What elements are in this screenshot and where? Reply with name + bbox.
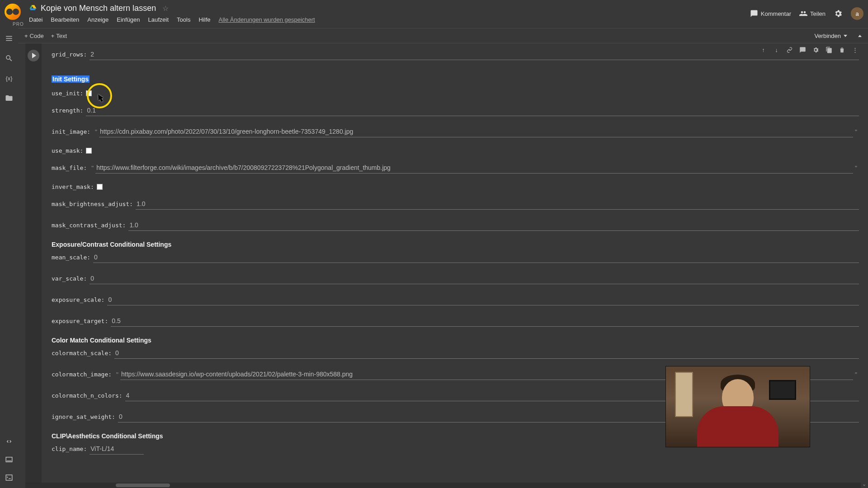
label-grid-rows: grid_rows: [52,51,87,58]
input-exposure-scale[interactable] [107,294,859,305]
label-use-mask: use_mask: [52,147,83,154]
notebook-title[interactable]: Kopie von Mensch altern lassen [41,4,156,13]
label-clip-name: clip_name: [52,446,87,452]
run-cell-button[interactable] [28,50,39,61]
left-rail: {x} [0,28,18,488]
terminal-icon[interactable] [5,474,13,482]
share-button[interactable]: Teilen [799,9,826,18]
search-icon[interactable] [5,54,13,62]
label-invert-mask: invert_mask: [52,183,94,190]
label-use-init: use_init: [52,90,83,97]
menu-runtime[interactable]: Laufzeit [148,16,169,23]
label-mask-contrast-adjust: mask_contrast_adjust: [52,222,126,229]
label-colormatch-n-colors: colormatch_n_colors: [52,392,123,399]
link-icon[interactable] [786,46,793,54]
svg-rect-1 [6,475,12,480]
input-colormatch-scale[interactable] [114,347,859,359]
move-up-icon[interactable]: ↑ [760,46,767,54]
section-color-match: Color Match Conditional Settings [52,337,859,344]
colab-logo [5,4,21,20]
app-header: PRO Kopie von Mensch altern lassen ☆ Dat… [0,0,868,28]
input-mask-contrast-adjust[interactable] [128,220,859,231]
star-icon[interactable]: ☆ [162,4,169,13]
label-strength: strength: [52,107,83,114]
cell-settings-icon[interactable] [812,46,820,54]
label-init-image: init_image: [52,128,90,135]
menu-edit[interactable]: Bearbeiten [51,16,79,23]
input-mask-file[interactable] [95,162,853,174]
horizontal-scrollbar[interactable] [25,483,861,488]
variables-icon[interactable]: {x} [5,74,13,82]
quote-close: " [853,128,859,136]
cell-toolbar: ↑ ↓ ⋮ [760,46,859,54]
changes-saved-link[interactable]: Alle Änderungen wurden gespeichert [218,16,315,23]
input-strength[interactable] [86,105,859,116]
input-init-image[interactable] [99,126,853,137]
scrollbar-thumb[interactable] [116,483,170,487]
label-mean-scale: mean_scale: [52,254,90,261]
menu-view[interactable]: Anzeige [87,16,108,23]
play-icon [32,53,36,58]
menu-bar: Datei Bearbeiten Anzeige Einfügen Laufze… [29,16,315,23]
comment-label: Kommentar [761,10,791,17]
more-icon[interactable]: ⋮ [851,46,859,54]
move-down-icon[interactable]: ↓ [773,46,780,54]
label-exposure-target: exposure_target: [52,318,108,324]
code-snippets-icon[interactable] [5,437,13,446]
section-init-settings: Init Settings [52,75,90,83]
drive-icon [29,4,37,12]
plus-icon: + [51,33,55,39]
label-exposure-scale: exposure_scale: [52,296,104,303]
menu-insert[interactable]: Einfügen [117,16,140,23]
menu-tools[interactable]: Tools [177,16,190,23]
input-var-scale[interactable] [90,273,859,284]
user-avatar[interactable]: a [851,7,863,20]
input-exposure-target[interactable] [111,315,859,327]
input-grid-rows[interactable] [90,49,859,60]
label-colormatch-image: colormatch_image: [52,371,112,378]
settings-icon[interactable] [834,9,843,18]
label-mask-brightness-adjust: mask_brightness_adjust: [52,201,133,207]
collapse-header-icon[interactable] [858,35,862,37]
delete-cell-icon[interactable] [838,46,846,54]
webcam-overlay [665,366,810,447]
chevron-down-icon[interactable]: ⌄ [862,481,866,487]
comment-icon [750,9,758,18]
input-mask-brightness-adjust[interactable] [136,198,859,210]
add-code-button[interactable]: +Code [24,33,44,39]
cell-comment-icon[interactable] [799,46,807,54]
label-ignore-sat-weight: ignore_sat_weight: [52,413,115,420]
cell-gutter [25,43,42,488]
chevron-down-icon [844,35,847,37]
connect-button[interactable]: Verbinden [811,31,851,41]
command-palette-icon[interactable] [5,455,13,464]
insert-toolbar: +Code +Text Verbinden [18,28,868,43]
checkbox-use-mask[interactable] [86,148,92,154]
section-exposure: Exposure/Contrast Conditional Settings [52,241,859,248]
input-clip-name[interactable] [90,443,144,455]
menu-file[interactable]: Datei [29,16,42,23]
plus-icon: + [24,33,28,39]
toc-icon[interactable] [5,34,13,42]
checkbox-use-init[interactable] [86,90,92,96]
input-mean-scale[interactable] [93,252,859,263]
add-text-button[interactable]: +Text [51,33,67,39]
pro-badge: PRO [13,22,24,27]
checkbox-invert-mask[interactable] [97,184,103,190]
files-icon[interactable] [5,94,13,102]
label-colormatch-scale: colormatch_scale: [52,350,112,357]
label-mask-file: mask_file: [52,164,87,171]
quote-open: " [93,128,99,136]
share-label: Teilen [810,10,826,17]
mirror-cell-icon[interactable] [825,46,833,54]
label-var-scale: var_scale: [52,275,87,282]
comment-button[interactable]: Kommentar [750,9,791,18]
share-icon [799,9,807,18]
menu-help[interactable]: Hilfe [198,16,210,23]
